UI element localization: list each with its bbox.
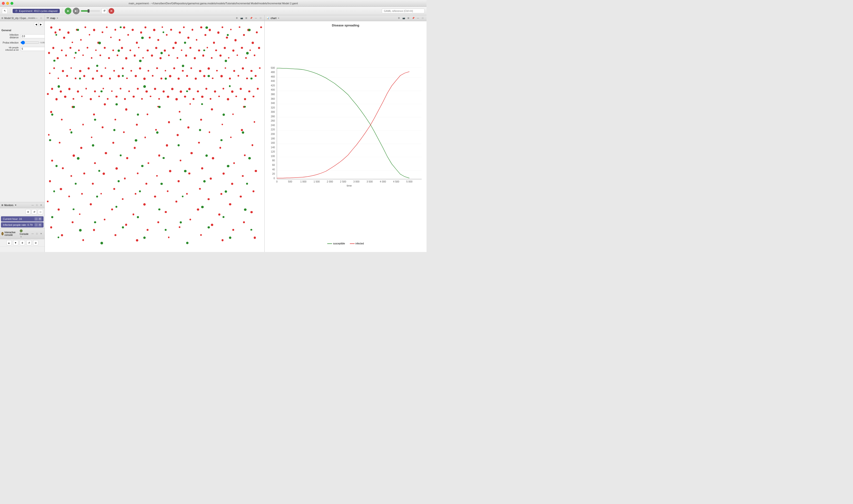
green-dot bbox=[225, 191, 227, 193]
chart-grid-icon[interactable]: ⊞ bbox=[406, 16, 410, 20]
red-dot bbox=[215, 50, 217, 51]
infected-legend-item: infected bbox=[350, 242, 364, 245]
monitor-pause-button[interactable]: ⏸ bbox=[25, 209, 31, 214]
green-dot bbox=[225, 60, 227, 62]
minimize-window-button[interactable] bbox=[6, 2, 9, 5]
infected-monitor-buttons: − ✕ bbox=[35, 223, 42, 227]
red-dot bbox=[106, 26, 108, 28]
chart-view-controls: ⚙ 📷 ⊞ 📌 — □ bbox=[397, 16, 424, 20]
map-minimize-icon[interactable]: — bbox=[254, 16, 258, 20]
monitors-close-icon[interactable]: ✕ bbox=[39, 203, 43, 207]
monitor-hide-button[interactable]: − bbox=[35, 217, 38, 221]
monitor-refresh-button[interactable]: ↺ bbox=[32, 209, 37, 214]
close-window-button[interactable] bbox=[2, 2, 5, 5]
red-dot bbox=[105, 152, 107, 155]
red-dot bbox=[73, 155, 75, 157]
panel-minimize-icon[interactable]: — bbox=[35, 16, 38, 20]
green-dot bbox=[158, 106, 161, 108]
green-dot bbox=[94, 221, 96, 223]
red-dot bbox=[260, 26, 262, 28]
maximize-window-button[interactable] bbox=[11, 2, 13, 5]
chart-sync-icon[interactable]: ⚙ bbox=[397, 16, 401, 20]
console-minimize-icon[interactable]: — bbox=[31, 232, 35, 236]
green-dot bbox=[246, 52, 249, 54]
svg-text:360: 360 bbox=[271, 97, 275, 100]
map-pin-icon[interactable]: 📌 bbox=[249, 16, 253, 20]
console-refresh-button[interactable]: ↺ bbox=[26, 240, 32, 245]
panel-close-icon[interactable]: □ bbox=[39, 16, 43, 20]
green-dot bbox=[143, 236, 146, 239]
proba-infection-slider[interactable] bbox=[20, 41, 39, 44]
map-tab-close[interactable]: ✕ bbox=[57, 17, 58, 19]
svg-text:500: 500 bbox=[288, 180, 292, 183]
red-dot bbox=[130, 70, 132, 72]
proba-infection-value: 0.05 [0.0..1.0] bbox=[40, 41, 44, 44]
susceptible-legend-item: susceptible bbox=[327, 242, 345, 245]
forward-button[interactable]: ▶ bbox=[39, 22, 43, 26]
red-dot bbox=[61, 119, 63, 121]
svg-text:100: 100 bbox=[271, 155, 275, 158]
console-clear-button[interactable]: ⊘ bbox=[33, 240, 38, 245]
back-button[interactable]: ◀ bbox=[34, 22, 38, 26]
chart-pin-icon[interactable]: 📌 bbox=[411, 16, 415, 20]
nb-infected-input[interactable] bbox=[20, 47, 44, 51]
red-dot bbox=[222, 239, 223, 241]
play-button[interactable]: ▶ bbox=[65, 7, 71, 14]
svg-text:480: 480 bbox=[271, 71, 275, 74]
edit-icon-button[interactable]: ✎ bbox=[2, 8, 7, 14]
map-camera-icon[interactable]: 📷 bbox=[240, 16, 243, 20]
progress-slider-handle[interactable] bbox=[88, 9, 90, 13]
console-pause-button[interactable]: ⏸ bbox=[20, 240, 25, 245]
console-max-icon[interactable]: □ bbox=[35, 232, 39, 236]
map-close-icon[interactable]: □ bbox=[259, 16, 262, 20]
infected-monitor-hide-button[interactable]: − bbox=[35, 223, 38, 227]
monitor-close-button[interactable]: ✕ bbox=[38, 217, 42, 221]
stop-button[interactable]: ✕ bbox=[109, 8, 114, 14]
red-dot bbox=[207, 198, 210, 200]
monitors-minimize-icon[interactable]: — bbox=[31, 203, 35, 207]
red-dot bbox=[237, 54, 238, 56]
map-tab[interactable]: map ✕ bbox=[50, 17, 58, 19]
gaml-search-input[interactable] bbox=[382, 8, 424, 13]
red-dot bbox=[111, 209, 113, 210]
red-dot bbox=[187, 37, 190, 39]
svg-text:460: 460 bbox=[271, 75, 275, 78]
red-dot bbox=[198, 142, 200, 144]
red-dot bbox=[70, 129, 71, 131]
console-up-button[interactable]: ▲ bbox=[6, 240, 12, 245]
step-button[interactable]: ▶| bbox=[73, 7, 79, 14]
red-dot bbox=[256, 31, 258, 33]
models-button[interactable]: Models bbox=[30, 16, 34, 20]
green-dot bbox=[201, 103, 203, 105]
console-close-icon[interactable]: ✕ bbox=[39, 232, 43, 236]
console-tab-close[interactable]: ✕ bbox=[20, 236, 22, 238]
monitor-screenshot-button[interactable]: □ bbox=[38, 209, 43, 214]
red-dot bbox=[73, 98, 74, 100]
red-dot bbox=[177, 57, 178, 59]
map-grid-icon[interactable]: ⊞ bbox=[244, 16, 248, 20]
chart-camera-icon[interactable]: 📷 bbox=[402, 16, 405, 20]
model-panel-title: Model SI_city / Experiment main_experim.… bbox=[4, 17, 29, 19]
red-dot bbox=[148, 162, 149, 164]
red-dot bbox=[132, 213, 134, 215]
green-dot bbox=[98, 42, 101, 44]
monitors-max-icon[interactable]: □ bbox=[35, 203, 39, 207]
red-dot bbox=[201, 96, 203, 98]
chart-minimize-icon[interactable]: — bbox=[416, 16, 420, 20]
green-dot bbox=[165, 77, 167, 80]
infection-distance-input[interactable] bbox=[20, 34, 44, 38]
chart-close-icon[interactable]: □ bbox=[421, 16, 424, 20]
infection-distance-label: Infection distance bbox=[1, 34, 20, 39]
red-dot bbox=[216, 70, 218, 72]
red-dot bbox=[86, 88, 87, 89]
chart-panel: 📊 chart ✕ ⚙ 📷 ⊞ 📌 — □ Disease spreading … bbox=[265, 15, 426, 252]
reload-button[interactable]: ↺ bbox=[102, 8, 107, 14]
console-down-button[interactable]: ▼ bbox=[13, 240, 18, 245]
red-dot bbox=[250, 70, 252, 72]
map-sync-icon[interactable]: ⚙ bbox=[235, 16, 239, 20]
chart-tab[interactable]: chart ✕ bbox=[271, 17, 279, 19]
infected-monitor-close-button[interactable]: ✕ bbox=[38, 223, 42, 227]
chart-tab-close[interactable]: ✕ bbox=[278, 17, 279, 19]
green-dot bbox=[156, 131, 159, 134]
red-dot bbox=[253, 191, 254, 192]
